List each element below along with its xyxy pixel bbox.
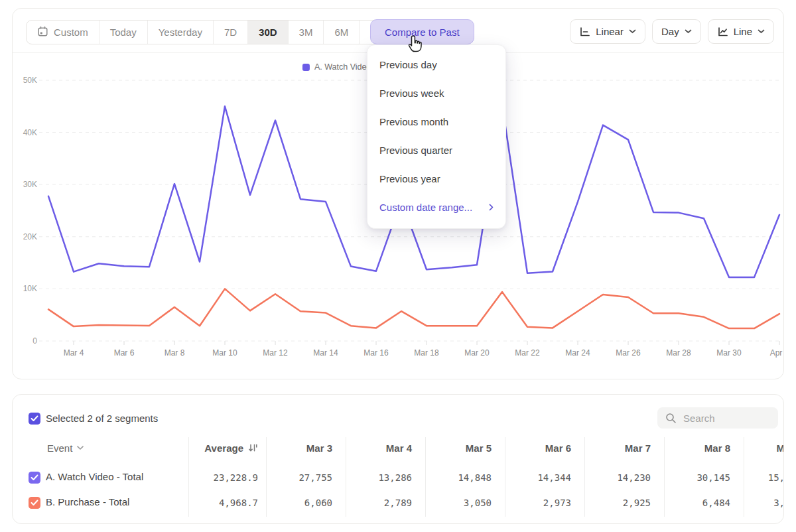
- chevron-down-icon: [77, 446, 84, 450]
- table-cell: 15,: [698, 472, 784, 486]
- y-axis-tick-label: 10K: [23, 284, 37, 293]
- column-header-mar-7[interactable]: Mar 7: [564, 441, 651, 454]
- table-cell: 14,344: [485, 472, 571, 486]
- legend-swatch: [302, 64, 310, 71]
- x-axis-tick-label: Mar 18: [414, 348, 439, 358]
- x-axis-tick-label: Mar 12: [263, 348, 288, 358]
- y-axis-tick-label: 0: [33, 336, 37, 346]
- x-axis-tick-label: Mar 10: [212, 348, 237, 358]
- table-cell: 2,925: [564, 498, 651, 511]
- column-header-mar-5[interactable]: Mar 5: [405, 441, 492, 454]
- search-box[interactable]: Search: [657, 407, 778, 429]
- table-cell: 3,050: [405, 498, 492, 511]
- menu-item-previous-week[interactable]: Previous week: [367, 79, 505, 107]
- column-header-label: Average: [204, 442, 243, 454]
- chart-card: CustomTodayYesterday7D30D3M6M12M Compare…: [12, 8, 784, 379]
- check-icon: [31, 474, 38, 481]
- table-cell: 14,848: [405, 472, 492, 486]
- select-all-checkbox[interactable]: [29, 413, 40, 425]
- menu-item-previous-day[interactable]: Previous day: [367, 50, 505, 79]
- menu-item-custom-date-range[interactable]: Custom date range...: [367, 193, 505, 222]
- x-axis-tick-label: Mar 22: [515, 348, 540, 358]
- x-axis-tick-label: Mar 8: [165, 348, 185, 358]
- column-header-mar-3[interactable]: Mar 3: [246, 441, 332, 454]
- column-header-mar-6[interactable]: Mar 6: [485, 441, 571, 454]
- table-cell: 2,789: [326, 498, 412, 511]
- x-axis-tick-label: Mar 14: [313, 348, 338, 358]
- column-header-event[interactable]: Event: [47, 441, 84, 454]
- x-axis-tick-label: Mar 16: [364, 348, 389, 358]
- search-placeholder: Search: [683, 413, 715, 424]
- search-icon: [665, 413, 677, 424]
- menu-item-previous-quarter[interactable]: Previous quarter: [367, 136, 505, 165]
- table-cell: 27,755: [246, 472, 332, 486]
- y-axis-tick-label: 20K: [23, 232, 37, 241]
- segments-selected-label: Selected 2 of 2 segments: [46, 413, 158, 424]
- x-axis-tick-label: Mar 28: [666, 348, 691, 358]
- x-axis-tick-label: Mar 30: [716, 348, 742, 358]
- menu-item-previous-year[interactable]: Previous year: [367, 165, 505, 193]
- row-checkbox-b-purchase-total[interactable]: [29, 497, 40, 509]
- row-checkbox-a-watch-video-total[interactable]: [29, 472, 40, 484]
- table-cell: 3,: [698, 498, 784, 511]
- x-axis-tick-label: Mar 20: [464, 348, 490, 358]
- compare-dropdown-menu: Previous dayPrevious weekPrevious monthP…: [367, 44, 506, 229]
- x-axis-tick-label: Mar 26: [616, 348, 641, 358]
- segments-card: Selected 2 of 2 segments Search EventAve…: [12, 394, 784, 524]
- table-cell: 2,973: [485, 498, 571, 511]
- x-axis-tick-label: Mar 4: [64, 348, 84, 358]
- check-icon: [31, 499, 38, 506]
- table-cell: 6,060: [246, 498, 332, 511]
- y-axis-tick-label: 30K: [23, 180, 37, 189]
- table-cell: 23,228.9: [172, 472, 258, 486]
- y-axis-tick-label: 50K: [23, 76, 37, 85]
- y-axis-tick-label: 40K: [23, 128, 37, 137]
- column-header-mar-4[interactable]: Mar 4: [326, 441, 412, 454]
- column-header-average[interactable]: Average: [172, 441, 258, 454]
- column-header-label: M: [777, 442, 785, 454]
- x-axis-tick-label: Apr 1: [770, 348, 785, 358]
- table-cell: 13,286: [326, 472, 412, 486]
- chevron-right-icon: [489, 204, 494, 211]
- column-header-m[interactable]: M: [698, 441, 784, 454]
- table-cell: 4,968.7: [172, 498, 258, 511]
- column-header-label: Event: [47, 442, 72, 454]
- x-axis-tick-label: Mar 6: [114, 348, 135, 358]
- row-label: A. Watch Video - Total: [46, 471, 143, 482]
- x-axis-tick-label: Mar 24: [565, 348, 590, 358]
- row-label: B. Purchase - Total: [46, 496, 129, 507]
- series-line-b-purchase-total[interactable]: [48, 289, 779, 328]
- check-icon: [31, 415, 38, 422]
- menu-item-previous-month[interactable]: Previous month: [367, 107, 505, 136]
- table-cell: 14,230: [564, 472, 651, 486]
- custom-date-range-label: Custom date range...: [379, 202, 472, 213]
